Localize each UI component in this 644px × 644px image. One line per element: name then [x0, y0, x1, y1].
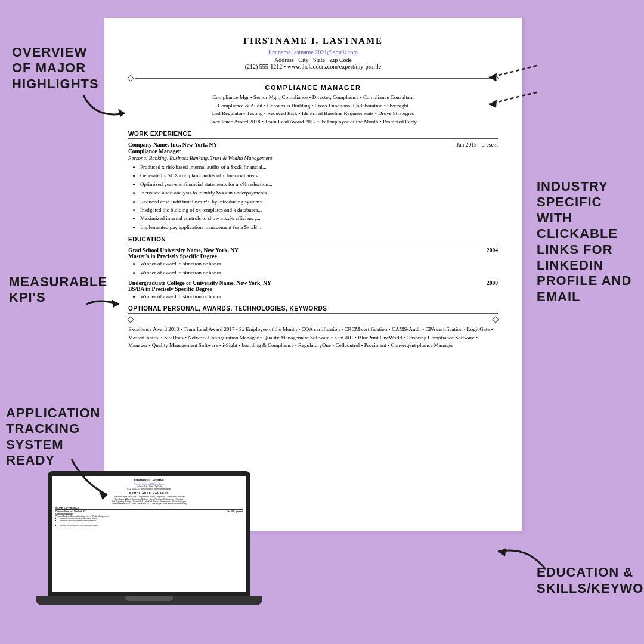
job-bullets: Produced x risk-based internal audits of…: [140, 163, 498, 231]
edu-header-2: Undergraduate College or University Name…: [128, 280, 498, 286]
diamond-right: [492, 75, 499, 81]
resume-email[interactable]: firstname.lastname.2021@gmail.com: [268, 49, 358, 55]
bullet-5: Reduced cost audit timelines x% by intro…: [140, 197, 498, 206]
laptop-notch: [125, 596, 173, 601]
edu-bullet-1-1: Winner of award, distinction or honor: [140, 259, 498, 268]
svg-marker-4: [498, 548, 506, 556]
education-header: EDUCATION: [128, 236, 498, 244]
edu-header-1: Grad School University Name, New York, N…: [128, 247, 498, 253]
bullet-6: Instigated the building of xx templates …: [140, 206, 498, 214]
laptop-base: [36, 596, 262, 605]
resume-keywords: Compliance Mgr • Senior Mgr., Compliance…: [128, 94, 498, 126]
edu-degree-2: BS/BA in Precisely Specific Degree: [128, 286, 498, 292]
edu-bullets-2: Winner of award, distinction or honor: [140, 292, 498, 301]
resume-phone-web: (212) 555-1212 • www.theladders.com/expe…: [128, 63, 498, 70]
bullet-3: Optimized year-end financial statements …: [140, 180, 498, 188]
annotation-measurable: MEASURABLE KPI'S: [9, 274, 98, 306]
laptop-overlay: FIRSTNAME I. LASTNAME firstname.lastname…: [36, 471, 262, 626]
edu-school-1: Grad School University Name, New York, N…: [128, 247, 239, 253]
resume-paper: FIRSTNAME I. LASTNAME firstname.lastname…: [104, 18, 522, 531]
edu-year-1: 2004: [487, 247, 498, 253]
job-entry-1: Company Name, Inc., New York, NY Jan 201…: [128, 142, 498, 231]
edu-school-2: Undergraduate College or University Name…: [128, 280, 271, 286]
optional-section-header: OPTIONAL PERSONAL, AWARDS, TECHNOLOGIES,…: [128, 305, 498, 314]
resume-title: COMPLIANCE MANAGER: [128, 84, 498, 91]
diamond-opt-left: [127, 317, 134, 323]
job-subtitle: Personal Banking, Business Banking, Trus…: [128, 155, 498, 161]
job-title: Compliance Manager: [128, 148, 498, 154]
resume-address: Address · City · State · Zip Code: [128, 57, 498, 63]
edu-year-2: 2000: [487, 280, 498, 286]
diamond-divider-optional: [128, 317, 498, 322]
job-date: Jan 2015 - present: [457, 142, 498, 148]
edu-item-2: Undergraduate College or University Name…: [128, 280, 498, 301]
job-header-1: Company Name, Inc., New York, NY Jan 201…: [128, 142, 498, 148]
resume-name: FIRSTNAME I. LASTNAME: [128, 36, 498, 46]
job-company: Company Name, Inc., New York, NY: [128, 142, 217, 148]
bullet-4: Increased audit analysis to identify $xx…: [140, 188, 498, 197]
edu-bullet-2-1: Winner of award, distinction or honor: [140, 292, 498, 301]
edu-item-1: Grad School University Name, New York, N…: [128, 247, 498, 277]
annotation-education: EDUCATION & SKILLS/KEYWORDS: [537, 565, 638, 596]
annotation-application: APPLICATION TRACKING SYSTEM READY: [6, 405, 98, 469]
bullet-8: Implemented pay application management f…: [140, 223, 498, 231]
laptop-screen-inner: FIRSTNAME I. LASTNAME firstname.lastname…: [52, 476, 246, 592]
resume-header: FIRSTNAME I. LASTNAME firstname.lastname…: [128, 36, 498, 70]
annotation-overview: OVERVIEW OF MAJOR HIGHLIGHTS: [12, 45, 98, 92]
diamond-opt-right: [492, 317, 499, 323]
work-experience-header: WORK EXPERIENCE: [128, 131, 498, 139]
edu-bullets-1: Winner of award, distinction or honor Wi…: [140, 259, 498, 277]
edu-bullet-1-2: Winner of award, distinction or honor: [140, 268, 498, 277]
edu-degree-1: Master's in Precisely Specific Degree: [128, 253, 498, 259]
diamond-divider-top: [128, 76, 498, 80]
diamond-left: [127, 75, 134, 81]
bullet-7: Maximized internal controls to show a xx…: [140, 214, 498, 222]
optional-text: Excellence Award 2018 • Team Lead Award …: [128, 326, 498, 350]
annotation-industry: INDUSTRY SPECIFIC WITH CLICKABLE LINKS F…: [537, 179, 632, 305]
bullet-1: Produced x risk-based internal audits of…: [140, 163, 498, 171]
page-container: FIRSTNAME I. LASTNAME firstname.lastname…: [0, 0, 644, 644]
opt-divider-line: [135, 320, 491, 320]
divider-line: [135, 78, 491, 79]
laptop-screen-outer: FIRSTNAME I. LASTNAME firstname.lastname…: [48, 471, 250, 596]
bullet-2: Generated x SOX complaint audits of x fi…: [140, 171, 498, 179]
